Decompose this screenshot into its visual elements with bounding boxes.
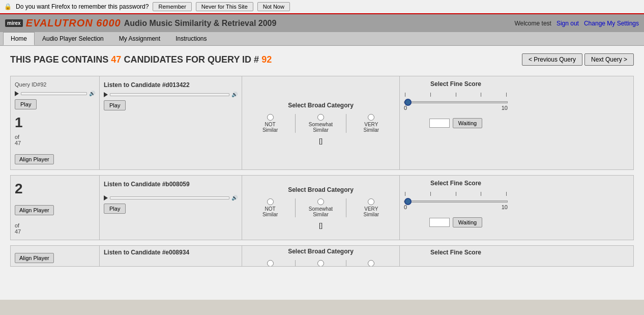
slider-max-1: 10 (502, 105, 508, 111)
score-input-2[interactable] (429, 218, 450, 227)
tick (506, 192, 507, 196)
radio-very-3: VERY (347, 260, 395, 267)
radio-not-similar-label-1: NOTSimilar (262, 122, 278, 133)
header: mirex EVALUTRON 6000 Audio Music Similar… (0, 14, 644, 32)
divider-3b (346, 260, 346, 267)
nav-bar: Home Audio Player Selection My Assignmen… (0, 32, 644, 46)
align-player-button-1[interactable]: Align Player (15, 154, 54, 164)
radio-somewhat-label-2: SomewhatSimilar (309, 206, 333, 217)
radio-somewhat-label-1: SomewhatSimilar (309, 122, 333, 133)
row-number-1: 1 (15, 114, 95, 131)
query-play-button[interactable]: Play (15, 99, 37, 109)
query-nav: < Previous Query Next Query > (522, 53, 634, 66)
radio-not-similar-input-1[interactable] (267, 114, 274, 121)
tab-audio-player[interactable]: Audio Player Selection (35, 32, 111, 45)
evalutron-logo: EVALUTRON 6000 (26, 17, 121, 29)
tick (405, 93, 405, 97)
fine-label-1: Select Fine Score (430, 80, 481, 88)
slider-ticks-1 (404, 93, 508, 97)
candidate-row-1: Query ID#92 🔊 Play 1 of47 Align Player L… (10, 76, 634, 170)
radio-somewhat-1: SomewhatSimilar (297, 114, 344, 133)
tick (456, 93, 456, 97)
tick (405, 192, 405, 196)
slider-ticks-2 (404, 192, 508, 196)
player-cell-3: Listen to Candidate #e008934 (100, 246, 242, 267)
query-cell-1: Query ID#92 🔊 Play 1 of47 Align Player (11, 76, 100, 169)
fine-label-3: Select Fine Score (430, 249, 481, 256)
radio-group-2: NOTSimilar SomewhatSimilar VERYSimilar (246, 198, 395, 217)
page-title: THIS PAGE CONTAINS 47 CANDIDATES FOR QUE… (10, 54, 272, 65)
tick (430, 192, 431, 196)
radio-somewhat-input-1[interactable] (317, 114, 324, 121)
slider-container-1: 0 10 (404, 93, 508, 111)
fine-score-slider-1[interactable] (404, 101, 508, 103)
category-label-2: Select Broad Category (288, 186, 354, 193)
slider-min-1: 0 (404, 105, 407, 111)
of-label-2: of47 (15, 222, 95, 235)
player-cell-1: Listen to Candidate #d013422 🔊 Play (100, 76, 242, 169)
tab-my-assignment[interactable]: My Assignment (111, 32, 168, 45)
radio-very-1: VERYSimilar (347, 114, 395, 133)
score-input-1[interactable] (429, 119, 450, 128)
radio-not-similar-input-2[interactable] (267, 198, 274, 205)
password-bar: 🔒 Do you want Firefox to remember this p… (0, 0, 644, 14)
radio-very-input-2[interactable] (368, 198, 374, 205)
candidate-play-triangle-1[interactable] (104, 92, 108, 97)
header-user: Welcome test Sign out Change My Settings (514, 20, 639, 27)
radio-not-similar-3: NOT (246, 260, 294, 267)
align-player-button-3[interactable]: Align Player (15, 253, 54, 263)
radio-very-input-3[interactable] (368, 260, 374, 267)
slider-container-2: 0 10 (404, 192, 508, 210)
radio-not-similar-2: NOTSimilar (246, 198, 294, 217)
radio-somewhat-input-3[interactable] (317, 260, 324, 267)
candidate-progress-bar-2 (110, 196, 229, 199)
password-bar-text: Do you want Firefox to remember this pas… (16, 3, 149, 10)
slider-max-2: 10 (502, 204, 508, 210)
candidate-play-button-2[interactable]: Play (104, 204, 126, 214)
candidate-row-2: 2 Align Player of47 Listen to Candidate … (10, 175, 634, 240)
radio-somewhat-input-2[interactable] (317, 198, 324, 205)
brackets-1: [] (319, 137, 323, 145)
fine-score-slider-2[interactable] (404, 201, 508, 203)
next-query-button[interactable]: Next Query > (584, 53, 634, 66)
brackets-2: [] (319, 221, 323, 229)
not-now-button[interactable]: Not Now (257, 2, 290, 11)
tab-instructions[interactable]: Instructions (168, 32, 214, 45)
tab-home[interactable]: Home (3, 32, 35, 45)
lock-icon: 🔒 (4, 3, 12, 10)
divider-2b (346, 198, 346, 217)
prev-query-button[interactable]: < Previous Query (522, 53, 582, 66)
candidate-progress-bar-1 (110, 93, 229, 96)
settings-link[interactable]: Change My Settings (584, 20, 639, 27)
tick (430, 93, 431, 97)
tick (456, 192, 456, 196)
waiting-button-1[interactable]: Waiting (453, 118, 482, 128)
player-cell-2: Listen to Candidate #b008059 🔊 Play (100, 176, 242, 240)
score-input-row-1: Waiting (429, 118, 482, 128)
score-input-row-2: Waiting (429, 217, 482, 227)
slider-min-2: 0 (404, 204, 407, 210)
radio-very-2: VERYSimilar (347, 198, 395, 217)
query-play-triangle[interactable] (15, 91, 19, 96)
logo-area: mirex EVALUTRON 6000 Audio Music Similar… (5, 17, 276, 29)
remember-button[interactable]: Remember (153, 2, 191, 11)
fine-score-cell-3: Select Fine Score (400, 246, 512, 267)
category-label-3: Select Broad Category (288, 248, 354, 255)
radio-not-similar-input-3[interactable] (267, 260, 274, 267)
candidate-play-button-1[interactable]: Play (104, 100, 126, 110)
row-number-2: 2 (15, 181, 95, 197)
align-player-button-2[interactable]: Align Player (15, 205, 54, 215)
category-label-1: Select Broad Category (288, 102, 354, 109)
never-button[interactable]: Never for This Site (196, 2, 253, 11)
waiting-button-2[interactable]: Waiting (453, 217, 482, 227)
page-header: THIS PAGE CONTAINS 47 CANDIDATES FOR QUE… (10, 53, 634, 66)
main-content: THIS PAGE CONTAINS 47 CANDIDATES FOR QUE… (0, 46, 644, 300)
candidate-volume-icon-1: 🔊 (231, 92, 238, 97)
query-id: 92 (261, 54, 272, 65)
radio-very-label-1: VERYSimilar (364, 122, 379, 133)
sign-out-link[interactable]: Sign out (557, 20, 579, 27)
radio-very-input-1[interactable] (368, 114, 374, 121)
candidate-play-triangle-2[interactable] (104, 195, 108, 201)
fine-score-cell-2: Select Fine Score 0 10 Waiting (400, 176, 512, 240)
category-cell-1: Select Broad Category NOTSimilar Somewha… (242, 76, 400, 169)
